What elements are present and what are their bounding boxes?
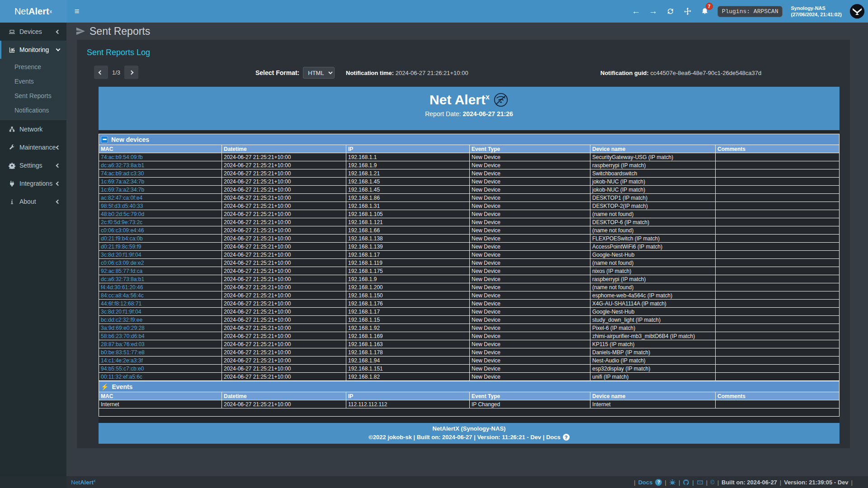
notification-guid-label: Notification guid: [600,70,649,76]
table-cell: New Device [470,357,590,365]
table-cell: 192.168.1.92 [346,324,470,332]
table-cell [716,308,840,316]
laptop-icon [7,28,16,35]
sidebar-item-monitoring[interactable]: Monitoring [0,41,66,59]
nav-forward-button[interactable]: → [649,7,658,16]
table-cell: Google-Nest-Hub [590,251,716,259]
brand-net: Net [14,6,28,17]
report-date-value: 2024-06-27 21:26 [462,110,513,117]
table-cell [716,243,840,251]
table-cell: 192.168.1.121 [346,218,470,226]
table-cell: 2024-06-27 21:25:21+10:00 [222,332,346,340]
sidebar-item-notifications[interactable]: Notifications [0,103,66,117]
report-title-text: Net Alert [429,92,486,107]
table-cell: New Device [470,161,590,169]
sidebar-item-network[interactable]: Network [0,120,66,138]
table-cell: 00:11:32:ef:a5:6c [99,373,222,381]
table-row: b0:be:83:51:77:e82024-06-27 21:25:21+10:… [99,348,840,357]
table-cell: (name not found) [590,226,716,235]
table-cell: 2024-06-27 21:25:21+10:00 [222,243,346,251]
sidebar-item-settings[interactable]: Settings [0,156,66,174]
column-header: Device name [590,145,716,153]
table-row: 94:b5:55:c7:cb:e02024-06-27 21:25:21+10:… [99,365,840,373]
nav-back-button[interactable]: ← [632,7,641,16]
table-cell: bc:dd:c2:32:f9:ee [99,316,222,324]
new-device-icon [101,136,108,143]
app-logo[interactable]: NetAlertx [0,0,66,23]
sidebar-item-sent-reports[interactable]: Sent Reports [0,89,66,103]
notifications-bell-button[interactable]: 7 [700,7,709,16]
table-cell: c0:06:c3:09:e4:46 [99,226,222,235]
navbar-right-group: ← → 7 Plugins: ARPSCAN Synology-NAS (27/… [632,0,864,23]
sidebar-item-devices[interactable]: Devices [0,23,66,41]
table-cell: c0:06:c3:09:de:e2 [99,259,222,267]
table-cell: ac:82:47:ca:0f:e4 [99,194,222,202]
move-icon [684,7,692,15]
chevron-left-icon [56,199,61,204]
plugins-status-badge[interactable]: Plugins: ARPSCAN [717,6,783,17]
table-cell: 14:c1:4e:2e:a3:3f [99,357,222,365]
refresh-button[interactable] [666,7,675,16]
table-cell: 2024-06-27 21:25:21+10:00 [222,226,346,235]
notification-guid-value: cc44507e-8ea6-48e7-90c1-26de548ca37d [651,70,762,76]
report-title: Net Alertx [99,87,840,108]
table-cell: 94:b5:55:c7:cb:e0 [99,365,222,373]
table-cell: 192.168.1.9 [346,161,470,169]
move-dashboard-button[interactable] [683,7,692,16]
table-cell: 74:ac:b9:ad:c3:30 [99,169,222,178]
table-cell: Internet [99,400,222,408]
sidebar-item-events[interactable]: Events [0,74,66,89]
user-avatar[interactable] [850,4,864,19]
info-icon [7,198,16,205]
table-cell [716,161,840,169]
sidebar-item-about[interactable]: About [0,192,66,211]
table-cell: 2024-06-27 21:25:21+10:00 [222,283,346,291]
hamburger-icon: ≡ [75,7,80,16]
table-cell: (name not found) [590,210,716,218]
sidebar-item-presence[interactable]: Presence [0,60,66,74]
sidebar-item-maintenance[interactable]: Maintenance [0,138,66,156]
table-cell [716,332,840,340]
table-row: 14:c1:4e:2e:a3:3f2024-06-27 21:25:21+10:… [99,357,840,365]
prev-report-button[interactable] [94,66,108,79]
table-cell [716,300,840,308]
report-gap [99,417,840,423]
table-cell: New Device [470,235,590,243]
table-cell: 1c:69:7a:a2:34:7b [99,186,222,194]
table-cell: 1c:69:7a:a2:34:7b [99,178,222,186]
copyright-icon[interactable]: © [710,479,715,486]
sidebar-item-label: Maintenance [19,144,57,151]
table-row: 3a:9d:69:e0:29:282024-06-27 21:25:21+10:… [99,324,840,332]
page-header: Sent Reports [66,23,868,40]
table-cell [716,235,840,243]
table-cell [716,275,840,283]
table-cell: 2024-06-27 21:25:21+10:00 [222,275,346,283]
help-question-icon[interactable]: ? [655,479,662,486]
column-header: Comments [716,145,840,153]
table-cell: New Device [470,340,590,348]
report-title-sup: x [486,93,490,101]
table-cell [716,267,840,275]
top-navbar: NetAlertx ≡ ← → 7 Plugins: ARPSCAN Synol… [0,0,868,23]
table-cell: b0:be:83:51:77:e8 [99,348,222,357]
docs-link[interactable]: Docs [638,479,653,486]
status-brand[interactable]: NetAlertx [71,479,95,486]
sidebar-item-label: About [19,198,57,205]
next-report-button[interactable] [124,66,138,79]
table-cell: study_down_light (IP match) [590,316,716,324]
sidebar-toggle-button[interactable]: ≡ [66,0,87,23]
table-cell: 192.168.1.45 [346,178,470,186]
format-select[interactable]: HTML [303,67,335,79]
table-row: 98:5f:d3:d5:40:332024-06-27 21:25:21+10:… [99,202,840,210]
sidebar-item-integrations[interactable]: Integrations [0,174,66,192]
email-link[interactable] [697,479,703,486]
sidebar-item-label: Devices [19,28,57,35]
table-cell: f4:4d:30:61:20:46 [99,283,222,291]
report-preview: Net Alertx Report Date: 2024-06-27 21:26 [99,87,840,444]
github-link[interactable] [683,479,689,486]
table-row: 84:cc:a8:4a:56:4c2024-06-27 21:25:21+10:… [99,291,840,300]
table-cell [716,283,840,291]
table-cell: 192.168.1.105 [346,210,470,218]
report-date: Report Date: 2024-06-27 21:26 [99,110,840,117]
bug-report-link[interactable] [669,479,676,486]
